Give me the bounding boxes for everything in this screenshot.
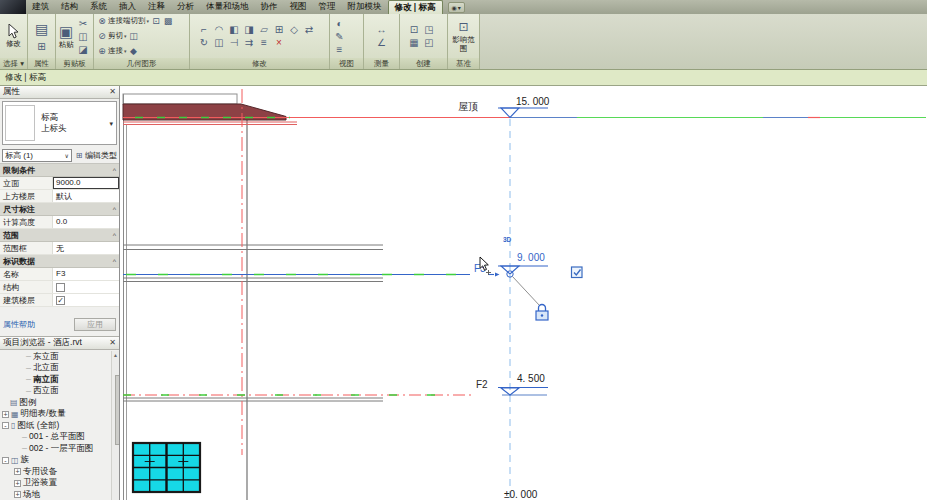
measure-length-icon[interactable]: ↔ [374,23,389,36]
browser-item[interactable]: +专用设备 [0,466,119,478]
panel-label-measure[interactable]: 测量 [364,58,399,69]
panel-label-geometry[interactable]: 几何图形 [94,58,189,69]
close-icon[interactable]: ✕ [109,88,116,96]
type-selector[interactable]: 标高 (1) ∨ [2,149,72,162]
app-logo[interactable] [0,0,26,14]
drawing-canvas[interactable]: 屋顶 15. 000 F3 9. 000 3D [120,86,927,500]
panel-label-create[interactable]: 创建 [400,58,447,69]
level-label-f2[interactable]: F2 [476,379,488,390]
ribbon-tab[interactable]: 管理 [313,0,342,14]
close-icon[interactable]: ✕ [109,339,116,347]
panel-label-modify[interactable]: 修改 [190,58,329,69]
checkbox[interactable] [56,283,65,292]
ribbon-tab[interactable]: 注释 [142,0,171,14]
browser-item[interactable]: -▯图纸 (全部) [0,420,119,432]
trim-icon[interactable]: ⊣ [227,36,242,49]
geometry-extra-icon[interactable]: ◆ [128,45,140,58]
align-icon[interactable]: ⌐ [197,23,212,36]
floor-slabs[interactable] [123,245,383,401]
hide-bubble-checkbox[interactable] [572,267,583,278]
ribbon-tab[interactable]: 系统 [84,0,113,14]
create-group-icon[interactable]: ⊡ [407,23,422,36]
ribbon-tab[interactable]: 结构 [55,0,84,14]
split-icon[interactable]: ▱ [257,23,272,36]
scale-icon[interactable]: ◇ [287,23,302,36]
expand-icon[interactable]: + [14,468,21,475]
insert-views-icon[interactable]: ◰ [422,36,437,49]
properties-help-link[interactable]: 属性帮助 [3,319,35,330]
collapse-icon[interactable]: ^ [113,167,116,174]
browser-scrollbar[interactable]: ▲ [111,351,119,500]
geometry-tool-row[interactable]: ⊘剪切▾◫ [96,30,140,43]
edit-type-button[interactable]: ⊞ 编辑类型 [74,149,117,162]
copy-icon[interactable]: ◫ [212,36,227,49]
property-value[interactable]: 无 [52,242,119,254]
property-value[interactable] [52,281,119,293]
expand-icon[interactable]: + [2,411,9,418]
ribbon-tab[interactable]: 附加模块 [342,0,388,14]
level-elevation-f3[interactable]: 9. 000 [517,252,545,263]
property-value[interactable]: F3 [52,268,119,280]
ribbon-tab[interactable]: 体量和场地 [200,0,255,14]
collapse-icon[interactable]: ^ [113,206,116,213]
panel-label-properties[interactable]: 属性 [28,58,55,69]
browser-item[interactable]: ─南立面 [0,374,119,386]
chevron-down-icon[interactable]: ▾ [109,120,113,128]
ribbon-tab[interactable]: 视图 [284,0,313,14]
measure-angle-icon[interactable]: ∠ [374,36,389,49]
visibility-icon[interactable]: ✎ [332,30,347,43]
property-section-header[interactable]: 限制条件^ [0,164,119,177]
paste-button[interactable]: ▣ 粘贴 [59,23,74,49]
collapse-icon[interactable]: ^ [113,258,116,265]
ribbon-tab[interactable]: 插入 [113,0,142,14]
level-elevation-ground[interactable]: ±0. 000 [504,489,538,500]
browser-item[interactable]: ▤图例 [0,397,119,409]
array-icon[interactable]: ⊞ [272,23,287,36]
geometry-extra-icon[interactable]: ▩ [162,15,174,28]
copy-to-clipboard-icon[interactable]: ◫ [76,30,91,43]
property-section-header[interactable]: 尺寸标注^ [0,203,119,216]
browser-item[interactable]: +▦明细表/数量 [0,409,119,421]
property-value[interactable]: ✓ [52,294,119,306]
3d-extent-badge[interactable]: 3D [503,236,512,243]
property-value[interactable]: 默认 [52,190,119,202]
geometry-extra-icon[interactable]: ◫ [128,30,140,43]
building-walls[interactable] [123,94,247,500]
browser-item[interactable]: +卫浴装置 [0,478,119,490]
create-similar-icon[interactable]: ◳ [422,23,437,36]
mirror-draw-icon[interactable]: ◨ [242,23,257,36]
property-section-header[interactable]: 范围^ [0,229,119,242]
level-label-roof[interactable]: 屋顶 [458,101,478,112]
type-preview[interactable]: 标高 上标头 ▾ [2,101,117,145]
match-type-icon[interactable]: ◪ [76,43,91,56]
ribbon-display-toggle[interactable]: ◉▾ [448,2,465,13]
rotate-icon[interactable]: ↻ [197,36,212,49]
browser-item[interactable]: +场地 [0,489,119,500]
ribbon-tab[interactable]: 分析 [171,0,200,14]
ribbon-tab[interactable]: 建筑 [26,0,55,14]
legend-component-icon[interactable]: ▦ [407,36,422,49]
collapse-icon[interactable]: ^ [113,232,116,239]
panel-label-clipboard[interactable]: 剪贴板 [56,58,93,69]
panel-label-view[interactable]: 视图 [330,58,363,69]
checkbox[interactable]: ✓ [56,296,65,305]
scope-button[interactable]: ⊡ 影响范围 [451,19,477,53]
pin-icon[interactable]: ⇉ [242,36,257,49]
type-properties-icon[interactable]: ⊞ [34,40,49,53]
geometry-extra-icon[interactable]: ⊡ [150,15,162,28]
browser-item[interactable]: ─西立面 [0,386,119,398]
level-elevation-roof[interactable]: 15. 000 [516,96,550,107]
expand-icon[interactable]: + [14,491,21,498]
thin-lines-icon[interactable]: ◐ [332,17,347,30]
collapse-icon[interactable]: - [2,457,9,464]
modify-button[interactable]: 修改 [6,24,21,48]
browser-item[interactable]: -◫族 [0,455,119,467]
property-section-header[interactable]: 标识数据^ [0,255,119,268]
lock-icon[interactable] [536,305,548,321]
mirror-pick-icon[interactable]: ◧ [227,23,242,36]
browser-item[interactable]: ─东立面 [0,351,119,363]
graphics-icon[interactable]: ≡ [332,43,347,56]
scroll-up-icon[interactable]: ▲ [112,351,119,359]
roof-element[interactable] [123,104,297,125]
panel-label-select[interactable]: 选择 ▾ [0,58,27,69]
